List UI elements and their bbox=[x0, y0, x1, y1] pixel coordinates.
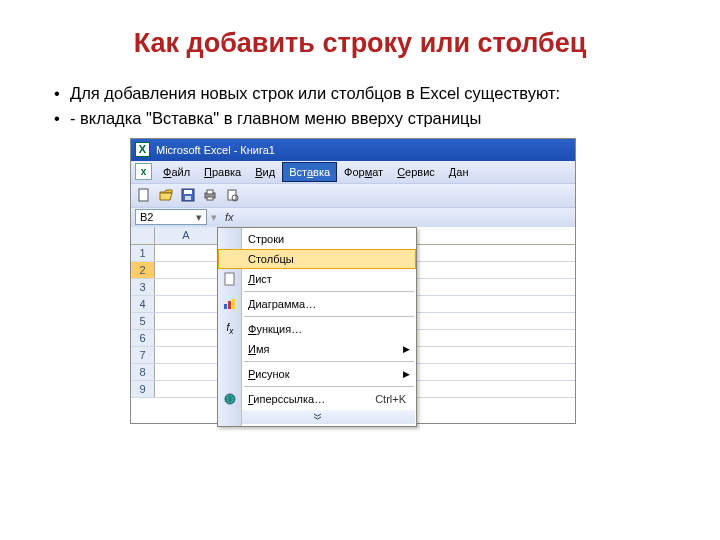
row-2[interactable]: 2 bbox=[131, 262, 155, 278]
svg-rect-5 bbox=[207, 190, 213, 194]
svg-rect-0 bbox=[139, 189, 148, 201]
menubar: x Файл Правка Вид Вставка Формат Сервис … bbox=[131, 161, 575, 183]
insert-menu-dropdown: Строки Столбцы Лист Диаграмма… fx Функци… bbox=[217, 227, 417, 427]
cell[interactable] bbox=[155, 330, 218, 346]
titlebar: X Microsoft Excel - Книга1 bbox=[131, 139, 575, 161]
select-all-corner[interactable] bbox=[131, 227, 155, 244]
row-7[interactable]: 7 bbox=[131, 347, 155, 363]
bullet-dot: • bbox=[54, 83, 70, 104]
svg-rect-9 bbox=[225, 273, 234, 285]
menu-edit[interactable]: Правка bbox=[197, 162, 248, 182]
cell[interactable] bbox=[155, 347, 218, 363]
submenu-arrow-icon: ▶ bbox=[403, 344, 410, 354]
cell[interactable] bbox=[155, 279, 218, 295]
menu-file[interactable]: Файл bbox=[156, 162, 197, 182]
sheet-icon bbox=[221, 271, 239, 287]
cell[interactable] bbox=[155, 245, 218, 261]
menu-hyperlink[interactable]: Гиперссылка… Ctrl+K bbox=[218, 389, 416, 409]
print-icon[interactable] bbox=[201, 186, 219, 204]
submenu-arrow-icon: ▶ bbox=[403, 369, 410, 379]
menu-columns[interactable]: Столбцы bbox=[218, 249, 416, 269]
cell[interactable] bbox=[155, 313, 218, 329]
row-8[interactable]: 8 bbox=[131, 364, 155, 380]
menu-name[interactable]: Имя ▶ bbox=[218, 339, 416, 359]
open-icon[interactable] bbox=[157, 186, 175, 204]
new-icon[interactable] bbox=[135, 186, 153, 204]
grid: A B 1 2 3 4 5 6 7 8 9 Строки Столбцы Лис… bbox=[131, 227, 575, 423]
row-9[interactable]: 9 bbox=[131, 381, 155, 397]
bullet-text-2: - вкладка "Вставка" в главном меню вверх… bbox=[70, 108, 690, 129]
menu-insert[interactable]: Вставка bbox=[282, 162, 337, 182]
name-box[interactable]: B2▾ bbox=[135, 209, 207, 225]
menu-separator bbox=[244, 316, 414, 317]
excel-app-icon: X bbox=[135, 142, 150, 157]
row-5[interactable]: 5 bbox=[131, 313, 155, 329]
menu-rows[interactable]: Строки bbox=[218, 229, 416, 249]
svg-rect-10 bbox=[224, 304, 227, 309]
chevrons-down-icon bbox=[313, 413, 322, 420]
bullet-1: • Для добавления новых строк или столбцо… bbox=[54, 83, 690, 104]
cell[interactable] bbox=[155, 296, 218, 312]
menu-picture[interactable]: Рисунок ▶ bbox=[218, 364, 416, 384]
row-6[interactable]: 6 bbox=[131, 330, 155, 346]
excel-window: X Microsoft Excel - Книга1 x Файл Правка… bbox=[130, 138, 576, 424]
menu-format[interactable]: Формат bbox=[337, 162, 390, 182]
svg-rect-2 bbox=[184, 190, 192, 194]
svg-rect-12 bbox=[232, 299, 235, 309]
menu-separator bbox=[244, 361, 414, 362]
menu-data[interactable]: Дан bbox=[442, 162, 476, 182]
menu-chart[interactable]: Диаграмма… bbox=[218, 294, 416, 314]
bullet-text-1: Для добавления новых строк или столбцов … bbox=[70, 83, 690, 104]
slide-title: Как добавить строку или столбец bbox=[0, 0, 720, 67]
menu-separator bbox=[244, 386, 414, 387]
fx-label[interactable]: fx bbox=[225, 211, 234, 223]
menu-view[interactable]: Вид bbox=[248, 162, 282, 182]
preview-icon[interactable] bbox=[223, 186, 241, 204]
doc-icon: x bbox=[135, 163, 152, 180]
chart-icon bbox=[221, 296, 239, 312]
titlebar-text: Microsoft Excel - Книга1 bbox=[156, 144, 275, 156]
col-A[interactable]: A bbox=[155, 227, 218, 244]
row-3[interactable]: 3 bbox=[131, 279, 155, 295]
save-icon[interactable] bbox=[179, 186, 197, 204]
bullet-2: • - вкладка "Вставка" в главном меню вве… bbox=[54, 108, 690, 129]
cell[interactable] bbox=[155, 364, 218, 380]
cell[interactable] bbox=[155, 262, 218, 278]
svg-rect-3 bbox=[185, 196, 191, 200]
bullet-dot: • bbox=[54, 108, 70, 129]
menu-separator bbox=[244, 291, 414, 292]
hyperlink-icon bbox=[221, 391, 239, 407]
menu-expand[interactable] bbox=[219, 410, 415, 424]
shortcut-label: Ctrl+K bbox=[375, 393, 406, 405]
cell[interactable] bbox=[155, 381, 218, 397]
menu-tools[interactable]: Сервис bbox=[390, 162, 442, 182]
formula-bar: B2▾ ▾ fx bbox=[131, 207, 575, 227]
toolbar bbox=[131, 183, 575, 207]
row-4[interactable]: 4 bbox=[131, 296, 155, 312]
row-1[interactable]: 1 bbox=[131, 245, 155, 261]
svg-rect-6 bbox=[207, 197, 213, 200]
menu-sheet[interactable]: Лист bbox=[218, 269, 416, 289]
menu-function[interactable]: fx Функция… bbox=[218, 319, 416, 339]
body-content: • Для добавления новых строк или столбцо… bbox=[0, 67, 720, 130]
svg-rect-11 bbox=[228, 301, 231, 309]
function-icon: fx bbox=[221, 321, 239, 337]
